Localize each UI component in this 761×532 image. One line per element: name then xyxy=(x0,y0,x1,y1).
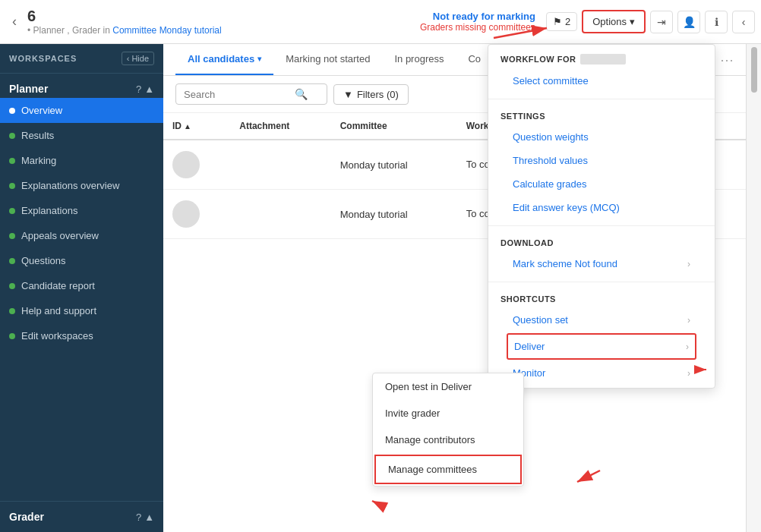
divider-1 xyxy=(488,99,715,99)
manage-committees-item[interactable]: Manage committees xyxy=(374,455,522,484)
deliver-chevron: › xyxy=(686,342,689,352)
help-label: Help and support xyxy=(21,305,96,316)
calculate-grades-label: Calculate grades xyxy=(513,178,587,190)
planner-title: Planner xyxy=(9,83,48,95)
threshold-values-label: Threshold values xyxy=(513,155,588,166)
all-candidates-arrow: ▾ xyxy=(257,55,261,63)
context-menu: Open test in Deliver Invite grader Manag… xyxy=(372,373,524,486)
sidebar-item-help[interactable]: Help and support xyxy=(0,298,163,323)
cell-id-1 xyxy=(163,140,230,190)
hide-button[interactable]: ‹ Hide xyxy=(122,52,154,65)
sidebar: WORKSPACES ‹ Hide Planner ? ▲ Overview R… xyxy=(0,44,163,532)
candidate-count: 6 xyxy=(27,8,415,25)
share-button[interactable]: ⇥ xyxy=(650,11,673,33)
shortcuts-title: SHORTCUTS xyxy=(500,294,703,304)
mark-scheme-label: Mark scheme Not found xyxy=(513,258,617,269)
manage-contributors-item[interactable]: Manage contributors xyxy=(373,427,523,453)
avatar-2 xyxy=(172,200,200,228)
candidate-label: Candidate report xyxy=(21,280,95,291)
filter-button[interactable]: ▼ Filters (0) xyxy=(333,84,409,105)
sidebar-item-appeals-overview[interactable]: Appeals overview xyxy=(0,223,163,248)
status-missing: Graders missing committees xyxy=(420,22,535,33)
info-button[interactable]: ℹ xyxy=(705,11,728,33)
workflow-section: WORKFLOW FOR Select committee xyxy=(488,45,715,96)
threshold-values-item[interactable]: Threshold values xyxy=(500,149,703,172)
planner-section: Planner ? ▲ xyxy=(0,74,163,98)
subtitle: • Planner , Grader in Committee Monday t… xyxy=(27,25,415,36)
deliver-item[interactable]: Deliver › xyxy=(507,333,696,360)
search-box[interactable]: 🔍 xyxy=(175,83,327,105)
col-attachment: Attachment xyxy=(230,113,330,140)
edit-answer-keys-item[interactable]: Edit answer keys (MCQ) xyxy=(500,196,703,219)
sidebar-item-candidate-report[interactable]: Candidate report xyxy=(0,273,163,298)
sidebar-item-marking[interactable]: Marking xyxy=(0,148,163,173)
flag-count: 2 xyxy=(565,16,570,27)
sidebar-item-explanations-overview[interactable]: Explanations overview xyxy=(0,173,163,198)
exp-overview-dot xyxy=(9,183,15,189)
tutorial-link[interactable]: Monday tutorial xyxy=(159,25,222,36)
sidebar-item-explanations[interactable]: Explanations xyxy=(0,198,163,223)
appeals-label: Appeals overview xyxy=(21,230,99,241)
sidebar-item-questions[interactable]: Questions xyxy=(0,248,163,273)
filter-label: Filters (0) xyxy=(357,89,399,100)
collapse-button[interactable]: ‹ xyxy=(732,11,755,33)
grader-chevron-icon[interactable]: ▲ xyxy=(144,512,154,523)
mark-scheme-item[interactable]: Mark scheme Not found › xyxy=(500,252,703,275)
explanations-label: Explanations xyxy=(21,205,77,216)
question-set-item[interactable]: Question set › xyxy=(500,308,703,332)
col-committee: Committee xyxy=(331,113,457,140)
results-dot xyxy=(9,133,15,139)
results-label: Results xyxy=(21,130,54,141)
workspaces-label: WORKSPACES xyxy=(9,54,77,63)
question-set-chevron: › xyxy=(687,315,690,326)
sidebar-item-overview[interactable]: Overview xyxy=(0,98,163,123)
col-id[interactable]: ID ▲ xyxy=(163,113,230,140)
options-label: Options xyxy=(592,16,627,27)
download-title: DOWNLOAD xyxy=(500,238,703,247)
cell-committee-1: Monday tutorial xyxy=(331,140,457,190)
cell-attachment-2 xyxy=(230,190,330,239)
sidebar-item-edit-workspaces[interactable]: Edit workspaces xyxy=(0,323,163,348)
grader-question-icon[interactable]: ? xyxy=(136,512,141,523)
subtitle-text: • Planner , Grader in xyxy=(27,25,110,36)
open-test-item[interactable]: Open test in Deliver xyxy=(373,373,523,400)
tab-in-progress[interactable]: In progress xyxy=(382,44,456,75)
options-arrow-icon: ▾ xyxy=(630,16,635,27)
workflow-for-box xyxy=(580,54,626,65)
edit-answer-keys-label: Edit answer keys (MCQ) xyxy=(513,202,620,213)
user-button[interactable]: 👤 xyxy=(677,11,700,33)
search-input[interactable] xyxy=(184,89,290,100)
committee-link[interactable]: Committee xyxy=(112,25,156,36)
status-area: Not ready for marking Graders missing co… xyxy=(420,11,535,33)
flag-button[interactable]: ⚑ 2 xyxy=(546,12,577,31)
sidebar-item-results[interactable]: Results xyxy=(0,123,163,148)
options-button[interactable]: Options ▾ xyxy=(582,10,646,33)
divider-3 xyxy=(488,282,715,282)
marking-label: Marking xyxy=(21,155,56,166)
appeals-dot xyxy=(9,233,15,239)
tab-all-candidates[interactable]: All candidates ▾ xyxy=(175,44,273,75)
question-weights-item[interactable]: Question weights xyxy=(500,125,703,149)
question-weights-label: Question weights xyxy=(513,131,589,143)
select-committee-label: Select committee xyxy=(513,75,589,87)
title-area: 6 • Planner , Grader in Committee Monday… xyxy=(27,8,415,36)
avatar-1 xyxy=(172,151,200,178)
divider-2 xyxy=(488,225,715,226)
scrollbar-thumb[interactable] xyxy=(751,47,757,93)
back-button[interactable]: ‹ xyxy=(6,11,23,33)
calculate-grades-item[interactable]: Calculate grades xyxy=(500,172,703,196)
candidate-dot xyxy=(9,283,15,289)
select-committee-item[interactable]: Select committee xyxy=(500,69,703,93)
workflow-title: WORKFLOW FOR xyxy=(500,54,703,65)
invite-grader-item[interactable]: Invite grader xyxy=(373,400,523,427)
tab-marking-not-started[interactable]: Marking not started xyxy=(273,44,382,75)
chevron-up-icon[interactable]: ▲ xyxy=(144,83,154,95)
section-icons: ? ▲ xyxy=(136,83,154,95)
more-options-icon[interactable]: ⋯ xyxy=(720,52,734,68)
options-dropdown: WORKFLOW FOR Select committee SETTINGS Q… xyxy=(488,44,715,389)
marking-dot xyxy=(9,158,15,164)
grader-section: Grader ? ▲ xyxy=(0,502,163,532)
monitor-item[interactable]: Monitor › xyxy=(500,361,703,385)
questions-dot xyxy=(9,258,15,264)
question-icon[interactable]: ? xyxy=(136,83,141,95)
